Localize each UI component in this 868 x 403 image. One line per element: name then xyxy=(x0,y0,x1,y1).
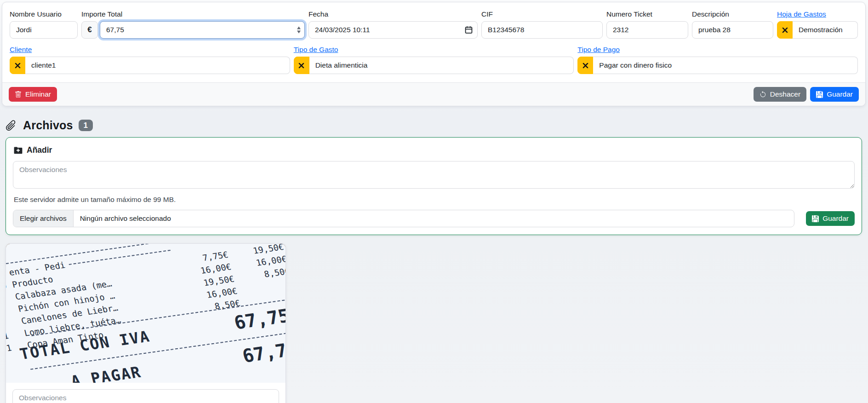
x-icon xyxy=(782,27,788,33)
receipt-paper: enta - Pedi PU QTD Producto 7,75€ 1 Cala… xyxy=(6,244,286,383)
deshacer-button[interactable]: Deshacer xyxy=(754,87,806,102)
fecha-label: Fecha xyxy=(308,9,478,19)
descripcion-input[interactable] xyxy=(692,21,773,39)
max-size-note: Este servidor admite un tamaño máximo de… xyxy=(14,196,854,204)
euro-prefix-addon: € xyxy=(81,21,98,39)
save-icon xyxy=(812,215,819,222)
field-numero-ticket: Numero Ticket xyxy=(606,9,688,39)
form-action-bar: Eliminar Deshacer Guardar xyxy=(2,82,865,106)
field-nombre-usuario: Nombre Usuario xyxy=(10,9,78,39)
number-spinner[interactable] xyxy=(297,27,301,34)
archivos-header: Archivos 1 xyxy=(5,119,868,132)
field-importe-total: Importe Total € xyxy=(81,9,305,39)
importe-total-label: Importe Total xyxy=(81,9,305,19)
undo-icon xyxy=(760,91,766,98)
file-status-text: Ningún archivo seleccionado xyxy=(74,214,177,223)
descripcion-label: Descripción xyxy=(692,9,773,19)
upload-observaciones-textarea[interactable] xyxy=(13,161,855,189)
cliente-link[interactable]: Cliente xyxy=(10,45,290,54)
field-fecha: Fecha xyxy=(308,9,478,39)
cliente-clear-button[interactable] xyxy=(10,57,25,74)
upload-title-row: Añadir xyxy=(14,145,855,155)
archivos-title: Archivos xyxy=(23,119,73,132)
paperclip-icon xyxy=(2,116,20,135)
field-cliente: Cliente xyxy=(10,45,290,74)
guardar-button[interactable]: Guardar xyxy=(810,87,859,102)
nombre-usuario-label: Nombre Usuario xyxy=(10,9,78,19)
receipt-photo[interactable]: enta - Pedi PU QTD Producto 7,75€ 1 Cala… xyxy=(6,244,286,383)
hoja-de-gastos-input[interactable] xyxy=(793,21,858,39)
nombre-usuario-input[interactable] xyxy=(10,21,78,39)
field-tipo-de-gasto: Tipo de Gasto xyxy=(294,45,574,74)
field-hoja-de-gastos: Hoja de Gastos xyxy=(777,9,858,39)
expense-form-card: Nombre Usuario Importe Total € Fecha xyxy=(2,2,866,106)
field-cif: CIF xyxy=(481,9,603,39)
form-row-1: Nombre Usuario Importe Total € Fecha xyxy=(10,9,858,39)
tipo-de-pago-link[interactable]: Tipo de Pago xyxy=(577,45,858,54)
fecha-input[interactable] xyxy=(308,21,478,39)
receipt-pagar-value: 67,75€ xyxy=(240,337,286,367)
file-row: Elegir archivos Ningún archivo seleccion… xyxy=(13,210,855,227)
x-icon xyxy=(298,63,304,69)
expense-form-body: Nombre Usuario Importe Total € Fecha xyxy=(2,2,865,82)
x-icon xyxy=(15,63,21,69)
choose-files-button[interactable]: Elegir archivos xyxy=(13,210,74,227)
tipo-de-pago-input[interactable] xyxy=(593,57,858,74)
field-tipo-de-pago: Tipo de Pago xyxy=(577,45,858,74)
hoja-de-gastos-clear-button[interactable] xyxy=(777,21,793,39)
numero-ticket-input[interactable] xyxy=(606,21,688,39)
folder-plus-icon xyxy=(14,146,23,155)
tipo-de-gasto-input[interactable] xyxy=(309,57,574,74)
cif-label: CIF xyxy=(481,9,603,19)
importe-total-input[interactable] xyxy=(100,21,305,39)
eliminar-button[interactable]: Eliminar xyxy=(9,87,57,102)
save-icon xyxy=(816,91,823,98)
upload-guardar-button[interactable]: Guardar xyxy=(806,211,855,226)
upload-title: Añadir xyxy=(27,145,52,155)
file-input[interactable]: Elegir archivos Ningún archivo seleccion… xyxy=(13,210,794,227)
trash-icon xyxy=(15,91,22,98)
tipo-de-gasto-link[interactable]: Tipo de Gasto xyxy=(294,45,574,54)
attachment-body xyxy=(6,383,286,403)
field-descripcion: Descripción xyxy=(692,9,773,39)
upload-card: Añadir Este servidor admite un tamaño má… xyxy=(6,137,862,235)
cif-input[interactable] xyxy=(481,21,603,39)
attachment-card: enta - Pedi PU QTD Producto 7,75€ 1 Cala… xyxy=(6,243,286,403)
form-row-2: Cliente Tipo de Gasto Tipo xyxy=(10,45,858,74)
spinner-down-icon[interactable] xyxy=(297,31,301,34)
receipt-pagar-label: A PAGAR xyxy=(69,363,143,383)
spinner-up-icon[interactable] xyxy=(297,27,301,29)
cliente-input[interactable] xyxy=(25,57,290,74)
attachment-observaciones-input[interactable] xyxy=(12,389,279,403)
tipo-de-gasto-clear-button[interactable] xyxy=(294,57,309,74)
hoja-de-gastos-link[interactable]: Hoja de Gastos xyxy=(777,9,858,19)
numero-ticket-label: Numero Ticket xyxy=(606,9,688,19)
x-icon xyxy=(582,63,588,69)
calendar-icon[interactable] xyxy=(465,26,473,34)
tipo-de-pago-clear-button[interactable] xyxy=(577,57,593,74)
archivos-count-badge: 1 xyxy=(79,120,93,131)
